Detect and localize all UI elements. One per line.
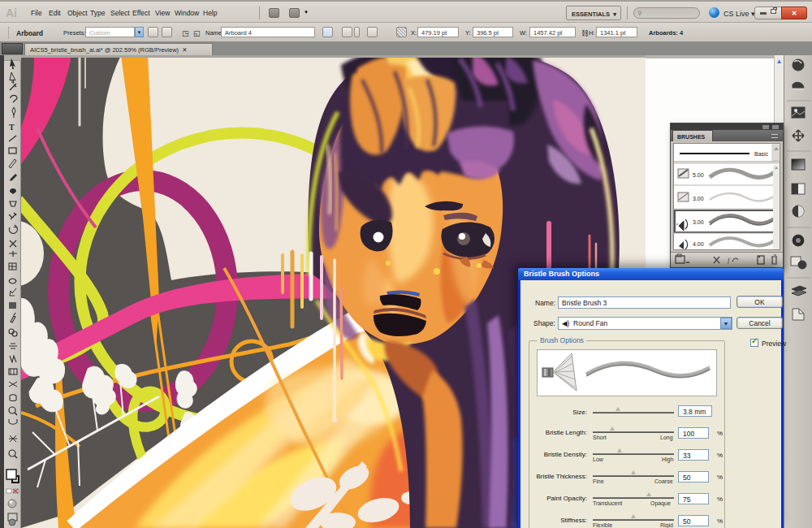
svg-text:3.00: 3.00 xyxy=(693,196,704,201)
svg-text:f: f xyxy=(728,256,731,264)
svg-text:T: T xyxy=(9,123,15,132)
svg-text:Basic: Basic xyxy=(754,151,769,157)
svg-text:4.00: 4.00 xyxy=(693,241,704,247)
svg-text:5.00: 5.00 xyxy=(693,172,704,178)
svg-text:3.00: 3.00 xyxy=(693,219,704,225)
